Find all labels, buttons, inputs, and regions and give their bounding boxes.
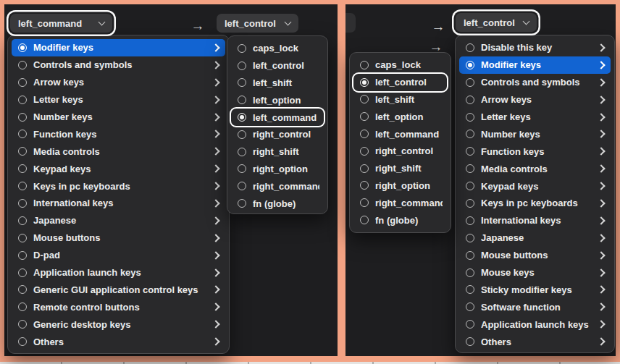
menu-item-right-option[interactable]: right_option — [231, 161, 324, 178]
menu-item-label: left_option — [253, 95, 319, 106]
radio-icon — [466, 113, 474, 122]
menu-item-generic-gui-application-control-keys[interactable]: Generic GUI application control keys — [12, 281, 225, 298]
menu-item-others[interactable]: Others — [12, 333, 225, 350]
menu-item-fn-globe[interactable]: fn (globe) — [231, 195, 324, 212]
menu-item-keypad-keys[interactable]: Keypad keys — [12, 160, 225, 177]
radio-icon — [18, 320, 27, 329]
menu-item-mouse-buttons[interactable]: Mouse buttons — [459, 247, 611, 264]
right-remap-panel: → left_control → caps_lockleft_controlle… — [345, 4, 616, 356]
radio-icon — [18, 61, 27, 69]
chevron-right-icon — [211, 61, 219, 69]
cutoff-from-key-dropdown-fragment[interactable] — [345, 13, 356, 33]
menu-item-label: Media controls — [33, 146, 213, 157]
menu-item-left-option[interactable]: left_option — [353, 108, 447, 125]
menu-item-application-launch-keys[interactable]: Application launch keys — [459, 316, 611, 333]
to-key-dropdown[interactable]: left_control — [217, 14, 298, 33]
menu-item-mouse-keys[interactable]: Mouse keys — [459, 264, 611, 282]
menu-item-right-shift[interactable]: right_shift — [353, 160, 447, 177]
menu-item-label: Keys in pc keyboards — [481, 198, 598, 208]
menu-item-arrow-keys[interactable]: Arrow keys — [12, 74, 225, 91]
menu-item-media-controls[interactable]: Media controls — [459, 160, 611, 177]
chevron-right-icon — [211, 303, 219, 311]
menu-item-international-keys[interactable]: International keys — [459, 212, 611, 229]
menu-item-left-option[interactable]: left_option — [231, 91, 324, 109]
menu-item-number-keys[interactable]: Number keys — [12, 109, 225, 126]
menu-item-letter-keys[interactable]: Letter keys — [12, 91, 225, 109]
menu-item-software-function[interactable]: Software function — [459, 298, 611, 316]
menu-item-remote-control-buttons[interactable]: Remote control buttons — [12, 298, 225, 316]
radio-icon — [360, 95, 369, 103]
menu-item-label: left_command — [253, 112, 319, 123]
menu-item-right-command[interactable]: right_command — [231, 177, 324, 195]
menu-item-label: Function keys — [33, 129, 213, 140]
menu-item-modifier-keys[interactable]: Modifier keys — [12, 39, 225, 56]
menu-item-arrow-keys[interactable]: Arrow keys — [459, 91, 611, 109]
from-key-dropdown[interactable]: left_command — [10, 14, 112, 33]
menu-item-function-keys[interactable]: Function keys — [12, 125, 225, 143]
to-key-dropdown[interactable]: left_control — [456, 13, 537, 32]
menu-item-label: left_command — [375, 129, 443, 140]
radio-icon — [238, 199, 246, 208]
menu-item-modifier-keys[interactable]: Modifier keys — [459, 56, 611, 74]
menu-item-disable-this-key[interactable]: Disable this key — [459, 39, 611, 56]
radio-icon — [18, 164, 27, 173]
menu-item-number-keys[interactable]: Number keys — [459, 125, 611, 143]
menu-item-right-control[interactable]: right_control — [353, 143, 447, 160]
menu-item-keypad-keys[interactable]: Keypad keys — [459, 177, 611, 195]
menu-item-right-shift[interactable]: right_shift — [231, 143, 324, 161]
menu-item-right-command[interactable]: right_command — [353, 194, 447, 211]
menu-item-sticky-modifier-keys[interactable]: Sticky modifier keys — [459, 281, 611, 298]
menu-item-keys-in-pc-keyboards[interactable]: Keys in pc keyboards — [12, 177, 225, 195]
radio-icon — [466, 182, 474, 190]
chevron-right-icon — [211, 216, 219, 224]
menu-item-label: right_shift — [253, 146, 319, 157]
to-key-dropdown-value: left_control — [225, 18, 276, 29]
menu-item-letter-keys[interactable]: Letter keys — [459, 109, 611, 126]
menu-item-label: Mouse buttons — [481, 250, 598, 261]
left-remap-panel: left_command → left_control Modifier key… — [4, 4, 338, 356]
menu-item-left-control[interactable]: left_control — [231, 57, 324, 75]
menu-item-others[interactable]: Others — [459, 333, 611, 350]
radio-icon — [18, 113, 27, 122]
radio-icon — [238, 130, 246, 139]
menu-item-generic-desktop-keys[interactable]: Generic desktop keys — [12, 316, 225, 333]
menu-item-left-command[interactable]: left_command — [231, 109, 324, 126]
radio-icon — [238, 78, 246, 87]
menu-item-label: Japanese — [33, 215, 213, 226]
menu-item-d-pad[interactable]: D-pad — [12, 247, 225, 264]
menu-item-mouse-buttons[interactable]: Mouse buttons — [12, 229, 225, 247]
menu-item-function-keys[interactable]: Function keys — [459, 143, 611, 160]
radio-icon — [360, 112, 369, 121]
radio-icon — [238, 96, 246, 104]
menu-item-left-shift[interactable]: left_shift — [353, 91, 447, 109]
menu-item-controls-and-symbols[interactable]: Controls and symbols — [12, 56, 225, 74]
menu-item-keys-in-pc-keyboards[interactable]: Keys in pc keyboards — [459, 195, 611, 212]
chevron-right-icon — [211, 78, 219, 86]
menu-item-caps-lock[interactable]: caps_lock — [231, 40, 324, 57]
menu-item-label: left_control — [375, 77, 443, 88]
chevron-right-icon — [597, 286, 605, 294]
menu-item-left-command[interactable]: left_command — [353, 125, 447, 143]
menu-item-controls-and-symbols[interactable]: Controls and symbols — [459, 74, 611, 91]
chevron-right-icon — [211, 337, 219, 345]
menu-item-international-keys[interactable]: International keys — [12, 195, 225, 212]
menu-item-left-control[interactable]: left_control — [353, 74, 447, 91]
menu-item-japanese[interactable]: Japanese — [12, 212, 225, 229]
radio-icon — [18, 216, 27, 225]
menu-item-label: right_option — [253, 164, 319, 174]
menu-item-japanese[interactable]: Japanese — [459, 229, 611, 247]
menu-item-caps-lock[interactable]: caps_lock — [353, 56, 447, 74]
chevron-right-icon — [211, 96, 219, 103]
menu-item-label: right_control — [375, 145, 443, 156]
menu-item-right-option[interactable]: right_option — [353, 177, 447, 195]
chevron-right-icon — [597, 113, 605, 121]
radio-icon — [466, 234, 474, 242]
menu-item-label: Disable this key — [481, 42, 598, 53]
menu-item-fn-globe[interactable]: fn (globe) — [353, 211, 447, 229]
menu-item-media-controls[interactable]: Media controls — [12, 143, 225, 160]
menu-item-left-shift[interactable]: left_shift — [231, 75, 324, 92]
menu-item-label: Keypad keys — [33, 164, 213, 174]
menu-item-application-launch-keys[interactable]: Application launch keys — [12, 264, 225, 282]
key-category-menu: Disable this keyModifier keysControls an… — [455, 35, 615, 353]
menu-item-right-control[interactable]: right_control — [231, 126, 324, 143]
